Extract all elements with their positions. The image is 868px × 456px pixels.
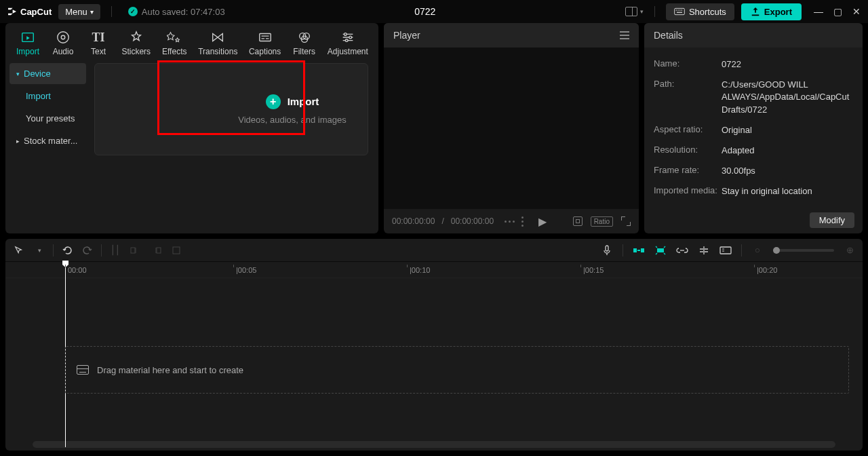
tab-label: Transitions bbox=[198, 47, 237, 56]
tab-stickers[interactable]: Stickers bbox=[117, 27, 156, 59]
sidebar-item-stock[interactable]: ▸ Stock mater... bbox=[9, 130, 86, 151]
link-icon[interactable] bbox=[676, 246, 688, 255]
import-card[interactable]: + Import Videos, audios, and images bbox=[94, 63, 368, 155]
effects-icon bbox=[167, 30, 182, 45]
sidebar-item-device[interactable]: ▾ Device bbox=[9, 63, 86, 84]
project-title: 0722 bbox=[232, 6, 618, 17]
align-icon[interactable] bbox=[698, 246, 710, 255]
delete-right-icon[interactable] bbox=[149, 244, 163, 257]
tab-label: Import bbox=[16, 47, 39, 56]
timeline-scrollbar[interactable] bbox=[33, 441, 835, 448]
quality-icon[interactable] bbox=[521, 216, 524, 227]
tab-adjustment[interactable]: Adjustment bbox=[323, 27, 373, 59]
pointer-tool-icon[interactable] bbox=[12, 244, 26, 257]
svg-point-7 bbox=[58, 32, 69, 43]
autosave-status: ✓ Auto saved: 07:47:03 bbox=[128, 7, 225, 17]
delete-left-icon[interactable] bbox=[129, 244, 142, 257]
import-icon bbox=[20, 30, 35, 45]
undo-button[interactable] bbox=[60, 244, 74, 257]
tab-label: Audio bbox=[53, 47, 74, 56]
stickers-icon bbox=[129, 30, 144, 45]
media-panel: Import Audio TI Text Stickers Effects Tr… bbox=[5, 23, 378, 233]
tab-import[interactable]: Import bbox=[11, 27, 45, 59]
player-time-sep: / bbox=[441, 216, 443, 226]
preview-icon[interactable] bbox=[719, 246, 732, 255]
svg-point-15 bbox=[345, 39, 348, 42]
crop-icon[interactable] bbox=[170, 244, 183, 257]
shortcuts-button[interactable]: Shortcuts bbox=[666, 3, 734, 20]
svg-rect-20 bbox=[633, 248, 637, 252]
detail-value-imported: Stay in original location bbox=[722, 185, 853, 197]
triangle-down-icon: ▾ bbox=[16, 71, 20, 77]
svg-rect-22 bbox=[637, 250, 640, 251]
svg-rect-24 bbox=[720, 247, 731, 254]
detail-label-imported: Imported media: bbox=[654, 185, 722, 197]
svg-rect-23 bbox=[657, 248, 664, 252]
tab-audio[interactable]: Audio bbox=[46, 27, 80, 59]
ratio-button[interactable]: Ratio bbox=[591, 216, 613, 227]
zoom-out-icon[interactable]: ○ bbox=[751, 246, 764, 255]
redo-button[interactable] bbox=[81, 244, 94, 257]
keyboard-icon bbox=[674, 7, 685, 16]
import-subtitle: Videos, audios, and images bbox=[238, 115, 346, 125]
sidebar-item-import[interactable]: Import bbox=[9, 86, 86, 107]
tab-effects[interactable]: Effects bbox=[157, 27, 192, 59]
adjustment-icon bbox=[340, 30, 355, 45]
filters-icon bbox=[297, 30, 312, 45]
mic-icon[interactable] bbox=[601, 246, 613, 255]
detail-label-resolution: Resolution: bbox=[654, 145, 722, 157]
timeline-ruler[interactable]: 00:00 |00:05 |00:10 |00:15 |00:20 bbox=[5, 262, 863, 278]
svg-rect-16 bbox=[131, 248, 135, 253]
ruler-mark: |00:15 bbox=[583, 266, 604, 274]
snapshot-icon[interactable] bbox=[573, 216, 583, 226]
layout-icon[interactable] bbox=[625, 7, 637, 16]
ruler-mark: |00:20 bbox=[757, 266, 777, 274]
detail-label-path: Path: bbox=[654, 79, 722, 116]
zoom-slider[interactable] bbox=[773, 249, 834, 252]
tab-captions[interactable]: Captions bbox=[244, 27, 286, 59]
export-icon bbox=[751, 7, 760, 16]
triangle-right-icon: ▸ bbox=[16, 138, 20, 145]
text-icon: TI bbox=[91, 30, 106, 45]
player-menu-icon[interactable] bbox=[620, 31, 629, 39]
app-logo: CapCut bbox=[7, 6, 52, 17]
export-button[interactable]: Export bbox=[741, 3, 802, 20]
detail-value-name: 0722 bbox=[722, 58, 853, 71]
tab-transitions[interactable]: Transitions bbox=[193, 27, 243, 59]
drop-hint: Drag material here and start to create bbox=[97, 365, 243, 375]
magnet-main-icon[interactable] bbox=[633, 246, 645, 255]
split-icon[interactable]: ⎮⎮ bbox=[108, 244, 122, 257]
svg-rect-9 bbox=[259, 34, 271, 41]
detail-value-resolution: Adapted bbox=[722, 145, 853, 157]
maximize-button[interactable]: ▢ bbox=[833, 7, 842, 16]
timeline-drop-area[interactable]: Drag material here and start to create bbox=[65, 346, 849, 394]
details-title: Details bbox=[654, 30, 683, 41]
player-title: Player bbox=[393, 30, 420, 41]
compare-icon[interactable] bbox=[505, 221, 515, 223]
svg-rect-5 bbox=[677, 12, 682, 13]
import-title: Import bbox=[288, 96, 319, 107]
ruler-mark: |00:10 bbox=[410, 266, 430, 274]
tab-text[interactable]: TI Text bbox=[81, 27, 115, 59]
tab-filters[interactable]: Filters bbox=[288, 27, 321, 59]
sidebar-item-presets[interactable]: Your presets bbox=[9, 108, 86, 129]
chevron-down-icon[interactable]: ▾ bbox=[33, 244, 46, 257]
play-button[interactable]: ▶ bbox=[538, 215, 547, 228]
fullscreen-icon[interactable] bbox=[621, 216, 631, 226]
minimize-button[interactable]: ― bbox=[814, 7, 823, 16]
timeline-panel: ▾ ⎮⎮ ○ ⊕ 00:00 |00:05 |00:10 bbox=[5, 239, 863, 451]
tab-label: Adjustment bbox=[328, 47, 368, 56]
player-panel: Player 00:00:00:00 / 00:00:00:00 ▶ Ratio bbox=[384, 23, 639, 233]
close-button[interactable]: ✕ bbox=[852, 7, 861, 16]
zoom-in-icon[interactable]: ⊕ bbox=[844, 246, 856, 255]
svg-rect-3 bbox=[679, 10, 680, 10]
svg-rect-17 bbox=[157, 248, 161, 253]
chevron-down-icon[interactable]: ▾ bbox=[640, 8, 644, 15]
tab-label: Filters bbox=[293, 47, 315, 56]
player-viewport[interactable] bbox=[384, 48, 639, 209]
player-time-current: 00:00:00:00 bbox=[392, 216, 435, 226]
magnet-auto-icon[interactable] bbox=[654, 246, 667, 255]
tab-label: Captions bbox=[249, 47, 281, 56]
modify-button[interactable]: Modify bbox=[810, 212, 854, 228]
menu-button[interactable]: Menu ▾ bbox=[58, 4, 100, 20]
